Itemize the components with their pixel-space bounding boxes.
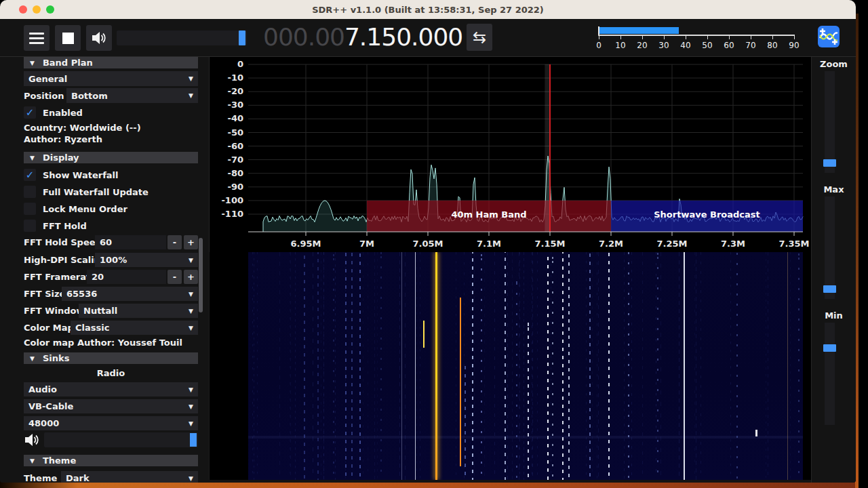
vfo-swap-button[interactable]: ⇆ [467, 24, 492, 51]
spectrum-plot[interactable]: 0-10-20-30-40-50-60-70-80-90-100-11040m … [210, 57, 812, 252]
high-dpi-dropdown[interactable]: 100% ▼ [95, 253, 198, 267]
waterfall-noise-streak [696, 252, 696, 480]
meter-tick-label: 50 [702, 41, 712, 50]
color-map-author-line: Color map Author: Youssef Touil [24, 337, 182, 348]
sink-type-dropdown[interactable]: Audio ▼ [24, 382, 198, 396]
checkbox-label: FFT Hold [43, 221, 87, 231]
bandplan-position-dropdown[interactable]: Bottom ▼ [66, 88, 198, 103]
module-sidebar: ▼ Band Plan General ▼ Position Bottom ▼ … [0, 57, 209, 483]
sink-volume-row [24, 432, 198, 447]
sink-volume-slider[interactable] [44, 432, 198, 447]
waterfall-noise-streak [624, 252, 625, 480]
show-waterfall-checkbox[interactable]: ✓ Show Waterfall [24, 169, 119, 181]
waterfall-noise-streak [494, 252, 495, 480]
waterfall-noise-streak [766, 252, 766, 480]
color-map-dropdown[interactable]: Classic ▼ [71, 321, 198, 335]
waterfall-noise-streak [323, 252, 324, 480]
fft-hold-speed-increment-button[interactable]: + [184, 235, 198, 249]
max-slider[interactable] [825, 197, 835, 299]
dropdown-value: 65536 [66, 289, 97, 299]
speaker-icon[interactable] [24, 432, 40, 447]
fft-size-dropdown[interactable]: 65536 ▼ [62, 287, 198, 301]
fft-window-dropdown[interactable]: Nuttall ▼ [79, 304, 198, 318]
waterfall-noise-streak [399, 252, 400, 480]
waterfall-signal-streak [460, 298, 461, 466]
sidebar-scrollbar-thumb[interactable] [199, 238, 203, 312]
fft-hold-checkbox[interactable]: FFT Hold [24, 220, 87, 232]
stop-button[interactable] [55, 25, 81, 51]
waterfall-noise-streak [368, 252, 368, 480]
sink-device-dropdown[interactable]: VB-Cable ▼ [24, 399, 198, 413]
checkbox-unchecked[interactable] [24, 203, 36, 215]
full-waterfall-update-checkbox[interactable]: Full Waterfall Update [24, 186, 149, 198]
checkmark-icon: ✓ [26, 170, 35, 180]
minimize-window-button[interactable] [33, 5, 41, 14]
fft-framerate-decrement-button[interactable]: - [167, 270, 182, 284]
theme-label: Theme [24, 471, 57, 483]
min-slider[interactable] [825, 323, 835, 425]
waterfall-canvas[interactable] [248, 252, 803, 480]
fft-display[interactable]: 0-10-20-30-40-50-60-70-80-90-100-11040m … [209, 57, 811, 252]
max-slider-handle[interactable] [823, 285, 836, 293]
min-slider-handle[interactable] [823, 344, 836, 352]
waterfall-display[interactable] [209, 252, 811, 480]
waterfall-noise-streak [730, 252, 731, 480]
sink-samplerate-dropdown[interactable]: 48000 ▼ [24, 416, 198, 430]
theme-dropdown[interactable]: Dark ▼ [61, 471, 198, 483]
zoom-slider[interactable] [825, 71, 835, 173]
waterfall-noise-streak [420, 252, 420, 480]
waterfall-noise-streak [507, 252, 508, 480]
bandplan-enabled-checkbox[interactable]: ✓ Enabled [24, 106, 83, 119]
checkbox-unchecked[interactable] [24, 186, 36, 198]
meter-tick [620, 36, 621, 39]
checkbox-checked[interactable]: ✓ [24, 106, 36, 119]
waterfall-signal-streak [657, 252, 658, 480]
close-window-button[interactable] [19, 5, 27, 14]
meter-tick-label: 70 [745, 41, 755, 50]
section-sinks[interactable]: ▼ Sinks [24, 352, 198, 364]
frequency-display[interactable]: 000.007.150.000 [263, 23, 462, 51]
fft-hold-speed-input[interactable]: 60 [95, 235, 166, 249]
volume-slider-handle[interactable] [239, 30, 245, 45]
checkbox-checked[interactable]: ✓ [24, 169, 36, 181]
section-display[interactable]: ▼ Display [24, 152, 198, 163]
lock-menu-order-checkbox[interactable]: Lock Menu Order [24, 203, 127, 215]
dropdown-value: Dark [66, 473, 90, 483]
high-dpi-label: High-DPI Scaling [24, 253, 106, 267]
waterfall-noise-streak [456, 252, 456, 480]
sink-group-label: Radio [24, 367, 198, 378]
svg-text:7.25M: 7.25M [656, 239, 687, 249]
chevron-down-icon: ▼ [189, 308, 193, 314]
master-volume-slider[interactable] [117, 30, 247, 45]
chevron-down-icon: ▼ [189, 291, 193, 298]
section-band-plan[interactable]: ▼ Band Plan [24, 57, 198, 68]
waterfall-signal-streak [628, 252, 629, 480]
sink-volume-handle[interactable] [190, 433, 197, 447]
maximize-window-button[interactable] [46, 5, 54, 14]
meter-tick-label: 90 [789, 41, 799, 50]
chevron-down-icon: ▼ [189, 420, 193, 427]
waterfall-signal-streak [528, 321, 529, 480]
zoom-slider-handle[interactable] [823, 159, 836, 167]
svg-text:7.3M: 7.3M [721, 239, 745, 249]
waterfall-noise-streak [416, 252, 417, 480]
waterfall-signal-streak [472, 252, 473, 480]
svg-text:Shortwave Broadcast: Shortwave Broadcast [654, 209, 760, 220]
checkbox-unchecked[interactable] [24, 220, 36, 232]
max-label: Max [812, 184, 856, 195]
fft-hold-speed-decrement-button[interactable]: - [167, 235, 182, 249]
waterfall-signal-streak [304, 252, 305, 480]
meter-tick [599, 36, 599, 39]
meter-tick [707, 36, 708, 39]
sdrpp-logo-icon [818, 26, 840, 47]
svg-text:0: 0 [237, 59, 243, 69]
menu-button[interactable] [24, 25, 50, 51]
bandplan-preset-dropdown[interactable]: General ▼ [24, 71, 198, 86]
fft-framerate-increment-button[interactable]: + [184, 270, 198, 284]
fft-framerate-input[interactable]: 20 [87, 270, 166, 284]
waterfall-noise-streak [252, 252, 253, 480]
section-theme[interactable]: ▼ Theme [24, 455, 198, 466]
mute-button[interactable] [86, 25, 112, 51]
svg-text:40m Ham Band: 40m Ham Band [451, 209, 526, 220]
chevron-down-icon: ▼ [189, 257, 193, 264]
